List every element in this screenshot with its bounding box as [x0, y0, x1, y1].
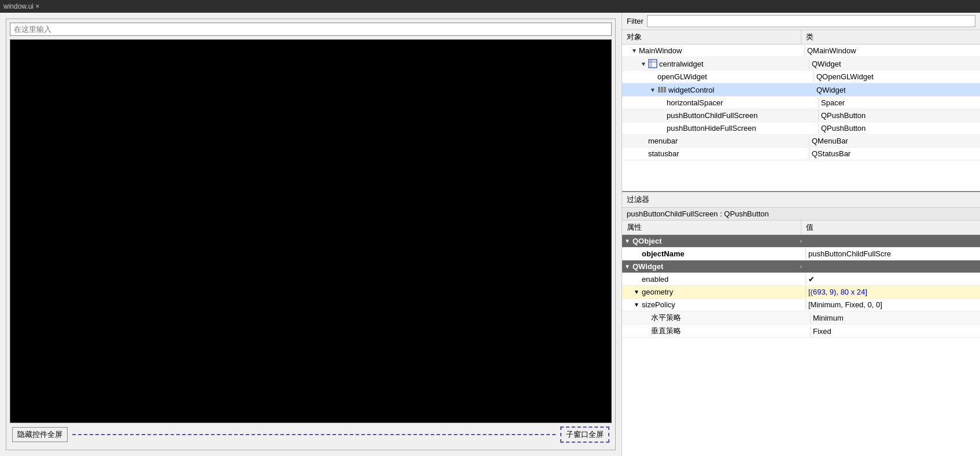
filter-bar: Filter [622, 13, 980, 30]
tree-cell-statusbar-name: statusbar [622, 148, 809, 159]
prop-value-vpolicy[interactable]: Fixed [810, 326, 980, 337]
tree-header: 对象 类 [622, 30, 980, 45]
prop-cell-objectname: objectName [622, 248, 805, 259]
form-input-field[interactable] [10, 23, 612, 36]
tree-cell-widget-name: ▼ widgetControl [622, 84, 813, 95]
expand-central: ▼ [641, 61, 646, 67]
right-panel: Filter 对象 类 ▼ MainWindow QMainWindow [622, 13, 980, 456]
svg-rect-0 [649, 60, 657, 68]
tree-cell-pushbtn-child-name: pushButtonChildFullScreen [622, 110, 818, 121]
tree-row-widgetcontrol[interactable]: ▼ widgetControl QWidget [622, 83, 980, 97]
prop-cell-sizepolicy: ▼ sizePolicy [622, 299, 805, 310]
filter-section: 过滤器 [622, 192, 980, 208]
tree-col-class: 类 [801, 30, 980, 44]
horizontal-spacer [72, 434, 556, 435]
filter-label: Filter [627, 17, 644, 25]
child-fullscreen-button[interactable]: 子窗口全屏 [560, 426, 609, 443]
prop-row-vpolicy[interactable]: 垂直策略 Fixed [622, 325, 980, 338]
prop-value-sizepolicy[interactable]: [Minimum, Fixed, 0, 0] [805, 299, 980, 310]
tree-row-opengl[interactable]: openGLWidget QOpenGLWidget [622, 71, 980, 83]
expand-widget: ▼ [650, 87, 656, 93]
tree-body[interactable]: ▼ MainWindow QMainWindow ▼ centra [622, 45, 980, 191]
tree-row-statusbar[interactable]: statusbar QStatusBar [622, 148, 980, 160]
tree-cell-menubar-name: menubar [622, 135, 809, 146]
prop-value-enabled[interactable]: ✔ [805, 274, 980, 285]
selected-object-label: pushButtonChildFullScreen : QPushButton [622, 208, 980, 220]
tree-row-mainwindow[interactable]: ▼ MainWindow QMainWindow [622, 45, 980, 57]
widgetcontrol-icon [657, 85, 667, 94]
tree-cell-central-name: ▼ centralwidget [622, 58, 809, 69]
tree-cell-mainwindow-name: ▼ MainWindow [622, 45, 804, 56]
tree-cell-spacer-name: horizontalSpacer [622, 97, 818, 108]
prop-cell-geometry: ▼ geometry [622, 286, 805, 297]
expand-geometry: ▼ [634, 289, 642, 295]
tree-cell-spacer-type: Spacer [818, 97, 980, 108]
prop-row-hpolicy[interactable]: 水平策略 Minimum [622, 311, 980, 325]
toolbar: window.ui × [0, 0, 980, 13]
hide-fullscreen-button[interactable]: 隐藏控件全屏 [12, 427, 68, 442]
tree-cell-pushbtn-hide-type: QPushButton [818, 123, 980, 134]
property-editor: 过滤器 pushButtonChildFullScreen : QPushBut… [622, 192, 980, 456]
svg-rect-3 [658, 87, 660, 93]
tree-row-menubar[interactable]: menubar QMenuBar [622, 135, 980, 148]
prop-cell-hpolicy: 水平策略 [622, 311, 810, 324]
section-qwidget-name: ▼ QWidget [622, 261, 801, 272]
expand-qobject: ▼ [624, 238, 633, 244]
section-qobject-name: ▼ QObject [622, 236, 801, 247]
prop-value-objectname[interactable]: pushButtonChildFullScre [805, 248, 980, 259]
section-qwidget-value [801, 266, 980, 268]
prop-value-hpolicy[interactable]: Minimum [810, 312, 980, 323]
prop-row-enabled[interactable]: enabled ✔ [622, 273, 980, 286]
tree-cell-menubar-type: QMenuBar [809, 135, 980, 146]
tree-row-pushbtn-child[interactable]: pushButtonChildFullScreen QPushButton [622, 109, 980, 122]
section-qwidget: ▼ QWidget [622, 260, 980, 273]
expand-mainwindow: ▼ [631, 47, 637, 54]
object-inspector: Filter 对象 类 ▼ MainWindow QMainWindow [622, 13, 980, 192]
tree-cell-mainwindow-type: QMainWindow [804, 45, 980, 56]
tree-cell-central-type: QWidget [809, 58, 980, 69]
svg-rect-5 [664, 87, 666, 93]
tree-cell-pushbtn-hide-name: pushButtonHideFullScreen [622, 123, 818, 134]
tree-row-pushbtn-hide[interactable]: pushButtonHideFullScreen QPushButton [622, 122, 980, 135]
widget-icon [648, 59, 657, 68]
tree-cell-widget-type: QWidget [813, 84, 980, 95]
svg-rect-4 [661, 87, 663, 93]
filter-input[interactable] [647, 15, 975, 27]
prop-row-objectname[interactable]: objectName pushButtonChildFullScre [622, 248, 980, 260]
tree-cell-pushbtn-child-type: QPushButton [818, 110, 980, 121]
section-qobject-value [801, 240, 980, 242]
prop-col-value: 值 [801, 220, 980, 234]
prop-row-sizepolicy[interactable]: ▼ sizePolicy [Minimum, Fixed, 0, 0] [622, 299, 980, 311]
expand-qwidget: ▼ [624, 263, 633, 270]
opengl-canvas [10, 39, 612, 423]
expand-sizepolicy: ▼ [634, 301, 642, 308]
tree-cell-opengl-name: openGLWidget [622, 71, 813, 82]
toolbar-title: window.ui × [3, 2, 39, 10]
form-content: 隐藏控件全屏 子窗口全屏 [6, 19, 615, 450]
form-window: 隐藏控件全屏 子窗口全屏 [6, 19, 616, 450]
prop-value-geometry[interactable]: [(693, 9), 80 x 24] [805, 286, 980, 297]
section-qobject: ▼ QObject [622, 235, 980, 248]
prop-header: 属性 值 [622, 220, 980, 235]
tree-col-object: 对象 [622, 30, 801, 44]
prop-cell-enabled: enabled [622, 274, 805, 285]
tree-row-spacer[interactable]: horizontalSpacer Spacer [622, 97, 980, 109]
filter-section-label: 过滤器 [627, 195, 649, 204]
tree-cell-opengl-type: QOpenGLWidget [813, 71, 980, 82]
left-panel: 隐藏控件全屏 子窗口全屏 [0, 13, 622, 456]
prop-col-property: 属性 [622, 220, 801, 234]
prop-row-geometry[interactable]: ▼ geometry [(693, 9), 80 x 24] [622, 286, 980, 299]
main-area: 隐藏控件全屏 子窗口全屏 Filter 对象 类 ▼ [0, 13, 980, 456]
bottom-controls: 隐藏控件全屏 子窗口全屏 [10, 423, 612, 446]
tree-row-centralwidget[interactable]: ▼ centralwidget QWidget [622, 57, 980, 71]
prop-cell-vpolicy: 垂直策略 [622, 325, 810, 337]
tree-cell-statusbar-type: QStatusBar [809, 148, 980, 159]
prop-body[interactable]: ▼ QObject objectName pushButtonChildFull… [622, 235, 980, 456]
